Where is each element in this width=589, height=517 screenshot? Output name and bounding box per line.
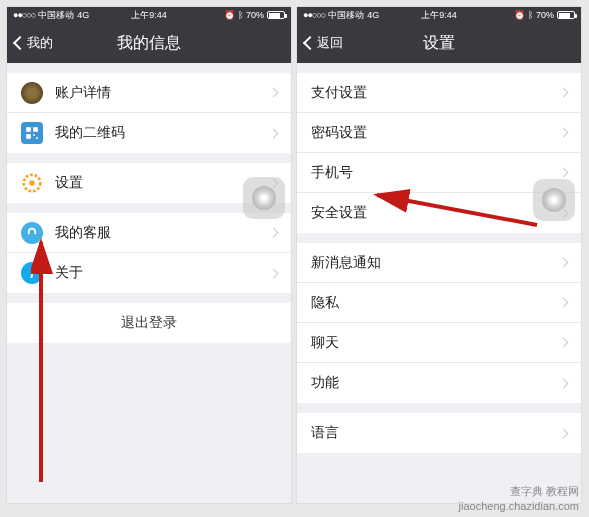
info-icon: i [21,262,43,284]
row-label: 设置 [55,174,270,192]
phone-screen-right: ●●○○○ 中国移动 4G 上午9:44 ⏰ ᛒ 70% 返回 设置 支付设置 [296,6,582,504]
back-label: 返回 [317,34,343,52]
svg-point-6 [29,180,35,186]
row-label: 账户详情 [55,84,270,102]
row-about[interactable]: i 关于 [7,253,291,293]
signal-dots-icon: ●●○○○ [13,10,35,20]
battery-percent: 70% [246,10,264,20]
row-label: 我的客服 [55,224,270,242]
chevron-right-icon [269,228,279,238]
page-title: 设置 [423,33,455,54]
chevron-right-icon [559,428,569,438]
row-chat[interactable]: 聊天 [297,323,581,363]
chevron-right-icon [559,128,569,138]
bluetooth-icon: ᛒ [528,10,533,20]
bluetooth-icon: ᛒ [238,10,243,20]
battery-percent: 70% [536,10,554,20]
logout-label: 退出登录 [121,314,177,332]
nav-bar: 我的 我的信息 [7,23,291,63]
back-button[interactable]: 我的 [15,34,53,52]
row-label: 聊天 [311,334,560,352]
back-label: 我的 [27,34,53,52]
clock-label: 上午9:44 [131,9,167,22]
svg-rect-0 [26,127,31,132]
row-function[interactable]: 功能 [297,363,581,403]
battery-icon [267,11,285,19]
chevron-right-icon [559,378,569,388]
network-label: 4G [367,10,379,20]
svg-rect-4 [36,137,38,139]
row-language[interactable]: 语言 [297,413,581,453]
phone-screen-left: ●●○○○ 中国移动 4G 上午9:44 ⏰ ᛒ 70% 我的 我的信息 账户详… [6,6,292,504]
row-label: 安全设置 [311,204,560,222]
chevron-right-icon [559,168,569,178]
row-pay-settings[interactable]: 支付设置 [297,73,581,113]
chevron-left-icon [13,36,27,50]
alarm-icon: ⏰ [224,10,235,20]
carrier-label: 中国移动 [38,9,74,22]
svg-rect-1 [33,127,38,132]
chevron-right-icon [559,258,569,268]
row-my-service[interactable]: 我的客服 [7,213,291,253]
gear-icon [21,172,43,194]
row-label: 语言 [311,424,560,442]
chevron-right-icon [559,298,569,308]
row-password-settings[interactable]: 密码设置 [297,113,581,153]
status-bar: ●●○○○ 中国移动 4G 上午9:44 ⏰ ᛒ 70% [7,7,291,23]
network-label: 4G [77,10,89,20]
watermark-line2: jiaocheng.chazidian.com [459,499,579,513]
carrier-label: 中国移动 [328,9,364,22]
row-new-message-notify[interactable]: 新消息通知 [297,243,581,283]
page-title: 我的信息 [117,33,181,54]
clock-label: 上午9:44 [421,9,457,22]
assistive-touch-icon[interactable] [243,177,285,219]
chevron-left-icon [303,36,317,50]
row-label: 手机号 [311,164,560,182]
watermark-line1: 查字典 教程网 [459,484,579,498]
row-label: 支付设置 [311,84,560,102]
row-label: 密码设置 [311,124,560,142]
chevron-right-icon [559,88,569,98]
signal-dots-icon: ●●○○○ [303,10,325,20]
row-my-qrcode[interactable]: 我的二维码 [7,113,291,153]
back-button[interactable]: 返回 [305,34,343,52]
qrcode-icon [21,122,43,144]
status-bar: ●●○○○ 中国移动 4G 上午9:44 ⏰ ᛒ 70% [297,7,581,23]
chevron-right-icon [269,268,279,278]
row-label: 功能 [311,374,560,392]
row-label: 隐私 [311,294,560,312]
row-label: 新消息通知 [311,254,560,272]
alarm-icon: ⏰ [514,10,525,20]
chevron-right-icon [269,128,279,138]
row-logout[interactable]: 退出登录 [7,303,291,343]
nav-bar: 返回 设置 [297,23,581,63]
row-privacy[interactable]: 隐私 [297,283,581,323]
avatar-icon [21,82,43,104]
chevron-right-icon [269,88,279,98]
battery-icon [557,11,575,19]
assistive-touch-icon[interactable] [533,179,575,221]
row-label: 我的二维码 [55,124,270,142]
watermark: 查字典 教程网 jiaocheng.chazidian.com [459,484,579,513]
svg-rect-2 [26,134,31,139]
row-account-details[interactable]: 账户详情 [7,73,291,113]
svg-rect-3 [33,134,35,136]
headset-icon [21,222,43,244]
chevron-right-icon [559,338,569,348]
row-label: 关于 [55,264,270,282]
